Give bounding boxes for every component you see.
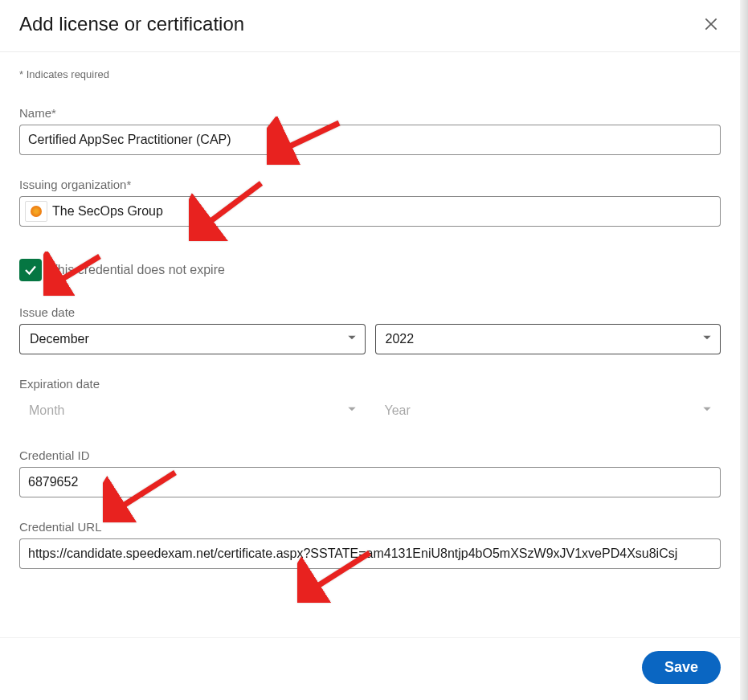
expiration-month-select: Month: [19, 395, 366, 426]
issuing-org-value: The SecOps Group: [52, 204, 163, 219]
modal-body: * Indicates required Name* Issuing organ…: [0, 52, 740, 637]
save-button[interactable]: Save: [642, 651, 721, 684]
credential-id-input[interactable]: [19, 467, 721, 497]
issue-month-select[interactable]: December: [19, 324, 366, 354]
credential-url-group: Credential URL: [19, 520, 721, 569]
credential-id-group: Credential ID: [19, 448, 721, 497]
close-icon[interactable]: [701, 14, 721, 34]
expiration-year-placeholder: Year: [385, 403, 411, 418]
no-expire-row: This credential does not expire: [19, 259, 721, 281]
modal-title: Add license or certification: [19, 13, 244, 35]
expiration-date-group: Expiration date Month Year: [19, 377, 721, 426]
credential-id-label: Credential ID: [19, 448, 721, 462]
credential-url-input[interactable]: [19, 538, 721, 569]
credential-url-label: Credential URL: [19, 520, 721, 534]
issue-month-value: December: [30, 332, 89, 346]
issue-date-label: Issue date: [19, 305, 721, 319]
name-group: Name*: [19, 106, 721, 155]
expiration-year-select: Year: [375, 395, 721, 426]
no-expire-checkbox[interactable]: [19, 259, 42, 281]
issuing-org-label: Issuing organization*: [19, 178, 721, 191]
add-certification-modal: Add license or certification * Indicates…: [0, 0, 740, 700]
name-input[interactable]: [19, 125, 721, 155]
name-label: Name*: [19, 106, 721, 120]
issue-date-group: Issue date December 2022: [19, 305, 721, 354]
issue-year-value: 2022: [386, 332, 415, 346]
issuing-org-input[interactable]: The SecOps Group: [19, 196, 721, 227]
modal-header: Add license or certification: [0, 0, 740, 52]
issuing-org-group: Issuing organization* The SecOps Group: [19, 178, 721, 227]
expiration-month-placeholder: Month: [29, 403, 64, 418]
no-expire-label: This credential does not expire: [50, 263, 225, 277]
modal-footer: Save: [0, 637, 740, 700]
expiration-date-label: Expiration date: [19, 377, 721, 391]
issue-year-select[interactable]: 2022: [375, 324, 721, 354]
org-logo-icon: [25, 201, 47, 222]
scrollbar[interactable]: [740, 0, 748, 700]
required-indicator-note: * Indicates required: [19, 68, 721, 80]
